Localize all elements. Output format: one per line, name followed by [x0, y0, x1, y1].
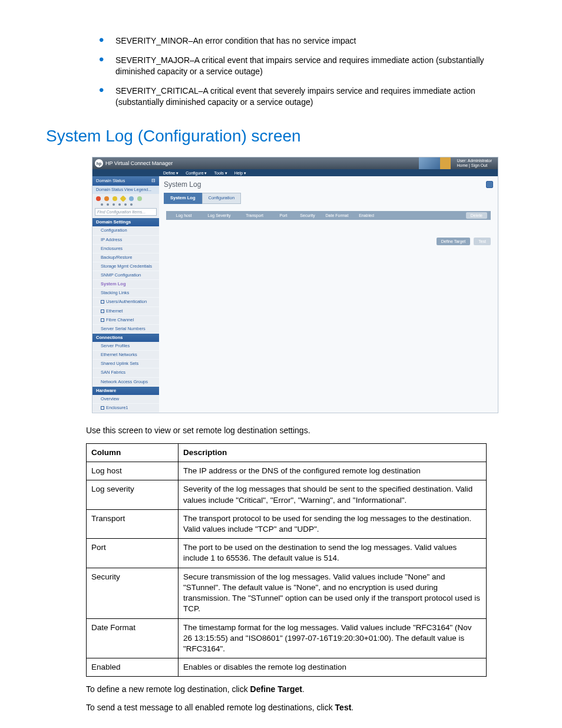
minor-status-icon[interactable] — [113, 196, 117, 201]
sidebar-item-fibre-channel[interactable]: Fibre Channel — [92, 316, 159, 325]
help-icon[interactable] — [486, 181, 493, 188]
lead-paragraph: Use this screen to view or set remote lo… — [86, 425, 466, 436]
sidebar-category-connections[interactable]: Connections — [92, 334, 159, 342]
table-row: SecuritySecure transmission of the log m… — [87, 568, 487, 618]
header-decor-icon — [440, 157, 451, 169]
sidebar-item-stacking-links[interactable]: Stacking Links — [92, 289, 159, 298]
define-target-paragraph: To define a new remote log destination, … — [86, 684, 466, 695]
ok-status-icon[interactable] — [137, 196, 142, 201]
table-row: EnabledEnables or disables the remote lo… — [87, 658, 487, 677]
sidebar-item-configuration[interactable]: Configuration — [92, 226, 159, 235]
table-header-column: Column — [87, 443, 178, 462]
user-links[interactable]: Home | Sign Out — [457, 163, 492, 168]
expand-icon[interactable] — [101, 300, 104, 304]
sidebar-item-ip-address[interactable]: IP Address — [92, 236, 159, 245]
status-count-row — [92, 203, 159, 208]
table-row: PortThe port to be used on the destinati… — [87, 539, 487, 568]
critical-status-icon[interactable] — [96, 196, 101, 201]
sidebar-item-enclosures[interactable]: Enclosures — [92, 245, 159, 253]
tab-bar: System Log Configuration — [164, 193, 493, 203]
test-button[interactable]: Test — [474, 238, 491, 245]
expand-icon[interactable] — [101, 309, 104, 313]
tab-configuration[interactable]: Configuration — [202, 193, 242, 203]
sidebar-item-users-auth[interactable]: Users/Authentication — [92, 298, 159, 307]
sidebar-item-overview[interactable]: Overview — [92, 395, 159, 404]
menu-help[interactable]: Help ▾ — [234, 170, 246, 176]
text: To send a test message to all enabled re… — [86, 703, 335, 712]
expand-icon[interactable] — [101, 406, 104, 410]
table-header-description: Description — [178, 443, 487, 462]
sidebar-item-network-access[interactable]: Network Access Groups — [92, 378, 159, 387]
menubar: Define ▾ Configure ▾ Tools ▾ Help ▾ — [92, 169, 498, 176]
test-paragraph: To send a test message to all enabled re… — [86, 702, 466, 713]
define-target-button[interactable]: Define Target — [437, 238, 471, 245]
grid-header-row: Log host Log Severity Transport Port Sec… — [166, 211, 491, 220]
table-row: Date FormatThe timestamp format for the … — [87, 618, 487, 658]
text: To define a new remote log destination, … — [86, 684, 250, 694]
sidebar-item-label: Fibre Channel — [106, 317, 134, 322]
severity-bullet-list: SEVERITY_MINOR–An error condition that h… — [99, 35, 506, 107]
bold-define-target: Define Target — [250, 684, 302, 694]
sidebar-item-snmp-config[interactable]: SNMP Configuration — [92, 271, 159, 280]
expand-icon[interactable] — [101, 318, 104, 322]
user-line: User: Administrator — [457, 159, 492, 163]
sidebar-item-san-fabrics[interactable]: SAN Fabrics — [92, 368, 159, 377]
col-port[interactable]: Port — [272, 211, 295, 220]
sidebar-item-ethernet[interactable]: Ethernet — [92, 307, 159, 316]
app-header: hp HP Virtual Connect Manager User: Admi… — [92, 157, 498, 169]
section-heading: System Log (Configuration) screen — [46, 125, 506, 147]
user-info: User: Administrator Home | Sign Out — [451, 159, 498, 169]
column-description-table: Column Description Log hostThe IP addres… — [86, 443, 487, 677]
menu-configure[interactable]: Configure ▾ — [186, 170, 207, 176]
delete-button[interactable]: Delete — [466, 212, 487, 219]
hp-logo-icon: hp — [95, 159, 103, 167]
sidebar-category-domain-settings[interactable]: Domain Settings — [92, 218, 159, 226]
sidebar-item-backup-restore[interactable]: Backup/Restore — [92, 253, 159, 262]
major-status-icon[interactable] — [104, 196, 109, 201]
sidebar-item-label: Enclosure1 — [106, 405, 128, 410]
sidebar-item-ethernet-networks[interactable]: Ethernet Networks — [92, 351, 159, 360]
list-item: SEVERITY_MINOR–An error condition that h… — [99, 35, 506, 47]
tab-system-log[interactable]: System Log — [164, 193, 202, 203]
sidebar-item-enclosure1[interactable]: Enclosure1 — [92, 404, 159, 413]
col-transport[interactable]: Transport — [237, 211, 272, 220]
table-row: TransportThe transport protocol to be us… — [87, 509, 487, 538]
status-icon-row — [92, 194, 159, 203]
list-item: SEVERITY_MAJOR–A critical event that imp… — [99, 55, 506, 77]
warning-status-icon[interactable] — [120, 195, 126, 202]
col-log-severity[interactable]: Log Severity — [201, 211, 237, 220]
col-enabled[interactable]: Enabled — [353, 211, 379, 220]
table-row: Log severitySeverity of the log messages… — [87, 480, 487, 509]
sidebar-item-storage-credentials[interactable]: Storage Mgmt Credentials — [92, 262, 159, 271]
sidebar-status-links[interactable]: Domain Status View Legend... — [92, 186, 159, 193]
info-status-icon[interactable] — [129, 196, 134, 201]
col-date-format[interactable]: Date Format — [320, 211, 353, 220]
sidebar-item-label: Ethernet — [106, 308, 123, 314]
table-row: Log hostThe IP address or the DNS of the… — [87, 462, 487, 480]
sidebar: Domain Status ⊟ Domain Status View Legen… — [92, 176, 159, 413]
main-pane: System Log System Log Configuration Log … — [159, 176, 498, 413]
sidebar-item-system-log[interactable]: System Log — [92, 280, 159, 289]
header-decor-icon — [419, 157, 440, 169]
menu-define[interactable]: Define ▾ — [163, 170, 178, 176]
find-input[interactable]: Find Configuration Items... — [95, 208, 157, 216]
embedded-app-screenshot: hp HP Virtual Connect Manager User: Admi… — [92, 157, 498, 413]
sidebar-domain-status-header: Domain Status ⊟ — [92, 176, 159, 186]
menu-tools[interactable]: Tools ▾ — [214, 170, 227, 176]
sidebar-item-shared-uplink[interactable]: Shared Uplink Sets — [92, 360, 159, 368]
sidebar-head-label: Domain Status — [96, 178, 125, 184]
bold-test: Test — [335, 703, 352, 712]
col-log-host[interactable]: Log host — [166, 211, 201, 220]
app-title: HP Virtual Connect Manager — [105, 160, 419, 167]
list-item: SEVERITY_CRITICAL–A critical event that … — [99, 85, 506, 108]
sidebar-category-hardware[interactable]: Hardware — [92, 387, 159, 395]
page-title: System Log — [164, 180, 201, 189]
collapse-icon[interactable]: ⊟ — [151, 178, 156, 184]
sidebar-item-label: Users/Authentication — [106, 299, 147, 304]
sidebar-item-server-serial[interactable]: Server Serial Numbers — [92, 325, 159, 334]
col-security[interactable]: Security — [295, 211, 320, 220]
sidebar-item-server-profiles[interactable]: Server Profiles — [92, 342, 159, 351]
